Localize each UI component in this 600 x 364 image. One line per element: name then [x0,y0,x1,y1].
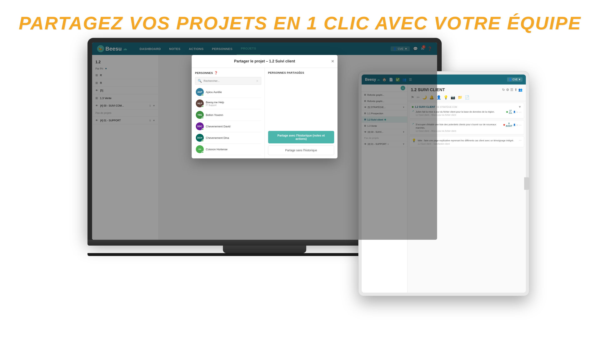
refresh-icon[interactable]: ↻ [502,88,505,92]
hero-title: PARTAGEZ VOS PROJETS EN 1 CLIC AVEC VOTR… [19,12,581,34]
person-icon: 👤 [513,124,516,126]
person-item-dch[interactable]: DCH Chevenement Dina [195,132,261,144]
bulb-icon[interactable]: 💡 [443,95,448,100]
list-icon[interactable]: ☰ [510,88,513,92]
modal-body: PERSONNES ❓ 🔍 ✕ AA [192,68,338,158]
modal-shared-title: PERSONNES PARTAGÉES [268,71,334,74]
note-meta-0: 17 JUL 👤 ○ ··· [506,110,521,116]
modal-header: Partager le projet – 1.2 Suivi client ✕ [192,55,338,68]
folder-icon[interactable]: 📁 [458,95,462,100]
share-without-history-button[interactable]: Partage sans l'historique [268,146,334,155]
status-dot [202,105,204,107]
laptop-stand [223,246,306,253]
doc-icon[interactable]: 📄 [465,95,469,100]
modal-persons-title: PERSONNES ❓ [195,71,261,74]
avatar-ddc: DDC [196,122,204,130]
person-item-hlp[interactable]: HLP Beesy.me Help IT Support [195,98,261,109]
status-dot [202,117,204,119]
share-icon[interactable]: ⬆ [514,88,517,92]
more-icon[interactable]: ··· [519,138,521,142]
chevron-down-icon: ▼ [518,105,521,109]
share-buttons-area: Partage avec l'historique (notes et acti… [268,118,334,155]
more-icon[interactable]: ··· [519,123,521,127]
status-dot [202,151,204,153]
modal-overlay[interactable]: Partager le projet – 1.2 Suivi client ✕ … [92,42,437,240]
person-icon[interactable]: 👤 [436,95,441,100]
people-icon[interactable]: 👥 [518,88,523,92]
share-modal: Partager le projet – 1.2 Suivi client ✕ … [192,55,338,158]
tablet-home-button[interactable] [524,177,530,190]
circle-icon: ○ [516,110,518,114]
person-item-ch[interactable]: CH Coisnon Hortense [195,144,261,155]
tablet-header-right: 👤 CVE ▼ [507,77,523,82]
avatar-dch: DCH [196,134,204,142]
share-with-history-button[interactable]: Partage avec l'historique (notes et acti… [268,131,334,143]
filter-icon[interactable]: ⚙ [506,88,509,92]
help-icon[interactable]: ❓ [214,71,218,74]
devices-container: 🐝 Beesu ☁ DASHBOARD NOTES ACTIONS PERSON… [71,38,529,350]
person-item-ybe[interactable]: YBE Bellon Youenn [195,109,261,121]
status-dot [202,128,204,130]
laptop-screen: 🐝 Beesu ☁ DASHBOARD NOTES ACTIONS PERSON… [92,42,437,240]
person-item-ddc[interactable]: DDC Chevenement David [195,121,261,132]
avatar-ch: CH [196,145,204,153]
modal-shared-column: PERSONNES PARTAGÉES Partage avec l'histo… [265,68,338,158]
avatar-aap: AAP [196,88,204,96]
search-icon: 🔍 [198,79,202,83]
note-meta-2: ··· [519,138,521,145]
status-dot [202,140,204,142]
modal-close-button[interactable]: ✕ [331,59,334,64]
camera-icon[interactable]: 📷 [451,95,455,100]
laptop: 🐝 Beesu ☁ DASHBOARD NOTES ACTIONS PERSON… [87,38,442,271]
circle-icon: ○ [516,123,518,127]
status-dot-green [506,111,508,113]
modal-persons-column: PERSONNES ❓ 🔍 ✕ AA [192,68,265,158]
avatar-ybe: YBE [196,111,204,119]
avatar-hlp: HLP [196,100,204,107]
status-dot [202,94,204,96]
tablet-title-icons: ↻ ⚙ ☰ ⬆ 👥 [502,88,523,92]
person-item-aap[interactable]: AAP Apiou Aurélie [195,86,261,98]
search-input[interactable] [204,79,254,82]
tablet-cve-button[interactable]: 👤 CVE ▼ [507,77,523,82]
search-box[interactable]: 🔍 ✕ [195,77,261,85]
status-dot-red [503,124,505,126]
note-meta-1: 6 AOUT 👤 ○ ··· [503,122,521,132]
more-icon[interactable]: ··· [519,110,521,114]
search-clear-icon[interactable]: ✕ [256,79,259,83]
person-icon: 👤 [513,111,516,113]
